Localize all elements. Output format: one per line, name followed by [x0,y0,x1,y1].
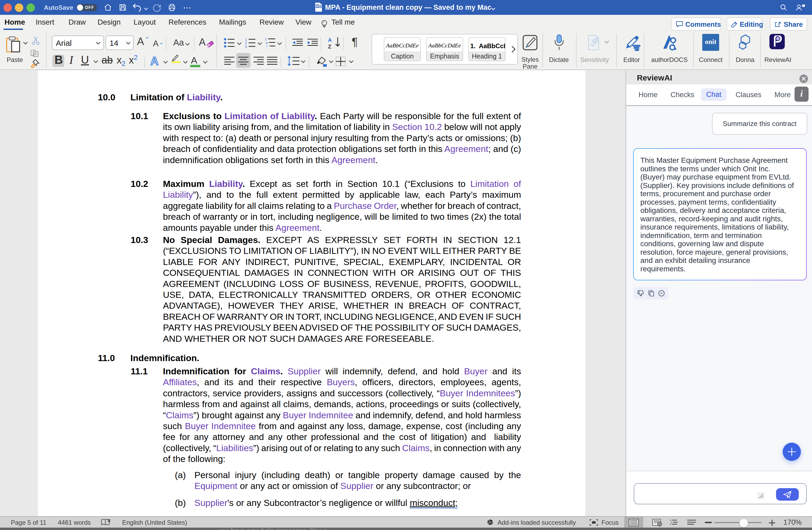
svg-text:W: W [316,4,319,8]
svg-text:i: i [266,44,267,48]
svg-text:3: 3 [245,45,247,48]
svg-text:A: A [328,37,332,43]
svg-text:Z: Z [328,44,331,49]
